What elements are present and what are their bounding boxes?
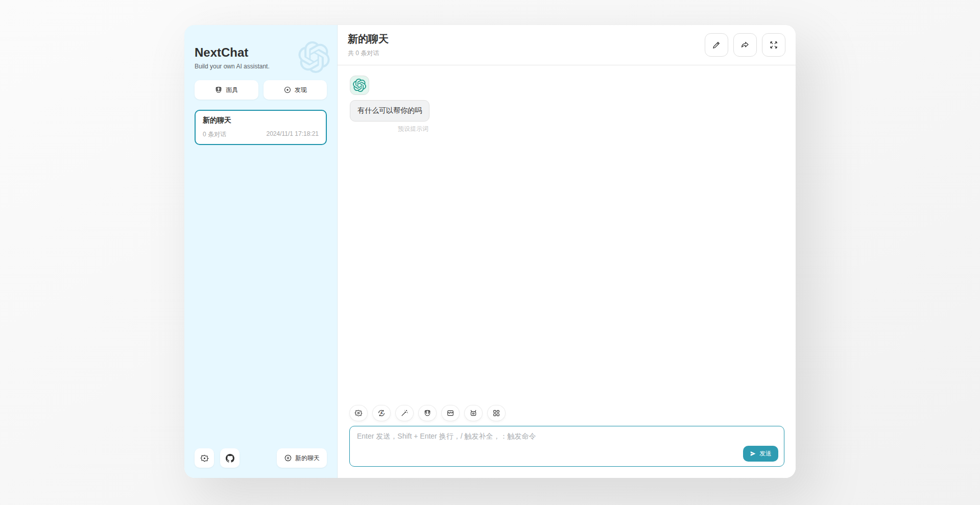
new-chat-button-label: 新的聊天 — [295, 454, 320, 463]
gear-icon — [200, 454, 209, 463]
sidebar-header: NextChat Build your own AI assistant. — [195, 45, 327, 70]
send-plane-icon — [750, 450, 756, 457]
plugin-button[interactable] — [487, 405, 506, 421]
app-window: NextChat Build your own AI assistant. 面具 — [184, 25, 796, 478]
mask-button[interactable]: 面具 — [195, 80, 258, 100]
clear-context-icon — [446, 409, 455, 417]
input-toolbar: A — [349, 405, 784, 421]
clear-context-button[interactable] — [441, 405, 460, 421]
new-chat-button[interactable]: 新的聊天 — [277, 448, 327, 468]
rename-icon — [712, 40, 721, 50]
chat-input-panel: A — [338, 405, 796, 478]
github-button[interactable] — [220, 448, 240, 468]
sidebar-actions: 面具 发现 — [195, 80, 327, 100]
chat-list-item[interactable]: 新的聊天 0 条对话 2024/11/1 17:18:21 — [195, 110, 327, 145]
chat-settings-button[interactable] — [349, 405, 368, 421]
assistant-avatar — [350, 76, 369, 95]
robot-model-icon — [469, 409, 477, 417]
svg-text:A: A — [380, 411, 383, 415]
model-select-button[interactable] — [464, 405, 483, 421]
chat-list: 新的聊天 0 条对话 2024/11/1 17:18:21 — [195, 110, 327, 145]
rename-button[interactable] — [705, 33, 728, 57]
mask-icon — [214, 86, 223, 94]
sidebar-footer: 新的聊天 — [195, 448, 327, 468]
chat-subtitle: 共 0 条对话 — [348, 49, 389, 58]
chat-message-list: 有什么可以帮你的吗 预设提示词 — [338, 65, 796, 405]
chat-item-date: 2024/11/1 17:18:21 — [266, 130, 319, 139]
export-share-icon — [740, 40, 750, 50]
fullscreen-icon — [769, 40, 778, 50]
mask-icon — [423, 409, 432, 417]
send-button[interactable]: 发送 — [743, 446, 778, 462]
assistant-message: 有什么可以帮你的吗 预设提示词 — [350, 100, 429, 133]
chat-header-titles: 新的聊天 共 0 条对话 — [348, 32, 389, 58]
discover-icon — [283, 86, 292, 94]
chat-item-title: 新的聊天 — [203, 116, 319, 125]
export-button[interactable] — [733, 33, 757, 57]
chat-header: 新的聊天 共 0 条对话 — [338, 25, 796, 65]
chat-mask-button[interactable] — [418, 405, 437, 421]
chat-item-count: 0 条对话 — [203, 130, 226, 139]
prompt-wand-icon — [400, 409, 409, 417]
chat-item-meta: 0 条对话 2024/11/1 17:18:21 — [203, 130, 319, 139]
prompt-button[interactable] — [395, 405, 414, 421]
theme-toggle-button[interactable]: A — [372, 405, 391, 421]
openai-logo-icon — [353, 79, 366, 92]
theme-auto-icon: A — [377, 409, 386, 417]
chat-input[interactable] — [349, 426, 784, 467]
send-button-label: 发送 — [759, 449, 772, 458]
discover-button-label: 发现 — [295, 86, 307, 94]
github-icon — [226, 454, 234, 463]
chat-header-actions — [705, 33, 785, 57]
message-hint: 预设提示词 — [350, 125, 429, 133]
sidebar: NextChat Build your own AI assistant. 面具 — [184, 25, 338, 478]
chat-input-wrap: 发送 — [349, 426, 784, 469]
chat-panel: 新的聊天 共 0 条对话 — [338, 25, 796, 478]
chat-title: 新的聊天 — [348, 32, 389, 46]
sidebar-spacer — [195, 145, 327, 448]
message-bubble: 有什么可以帮你的吗 — [350, 100, 429, 122]
fullscreen-button[interactable] — [762, 33, 785, 57]
plugin-grid-icon — [492, 409, 500, 417]
plus-circle-icon — [284, 454, 292, 462]
settings-button[interactable] — [195, 448, 214, 468]
openai-logo-icon — [298, 41, 330, 73]
settings-icon — [354, 409, 363, 417]
mask-button-label: 面具 — [226, 86, 238, 94]
discover-button[interactable]: 发现 — [264, 80, 327, 100]
